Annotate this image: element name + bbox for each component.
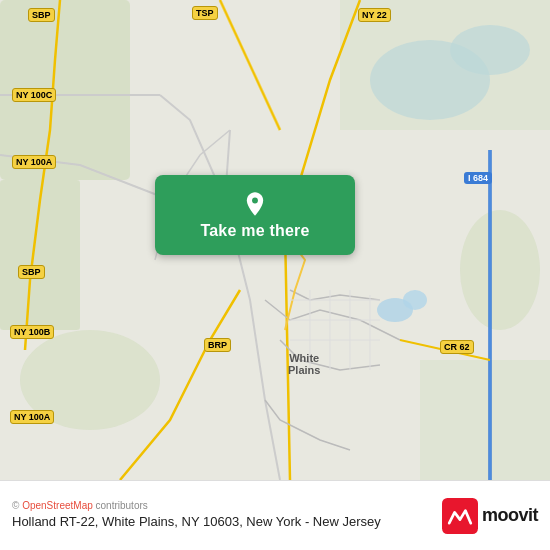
road-label-tsp: TSP	[192, 6, 218, 20]
take-me-there-button[interactable]: Take me there	[155, 175, 355, 255]
map-container: SBP TSP NY 22 NY 100C NY 100A NY 100 NY …	[0, 0, 550, 480]
road-label-i684: I 684	[464, 172, 492, 184]
svg-point-24	[252, 198, 258, 204]
svg-rect-25	[442, 498, 478, 534]
svg-point-9	[460, 210, 540, 330]
road-label-ny100c: NY 100C	[12, 88, 56, 102]
city-label-white-plains: WhitePlains	[288, 352, 320, 376]
road-label-cr62: CR 62	[440, 340, 474, 354]
road-label-ny100a2: NY 100A	[10, 410, 54, 424]
road-label-ny100a: NY 100A	[12, 155, 56, 169]
svg-point-4	[403, 290, 427, 310]
moovit-text: moovit	[482, 505, 538, 526]
osm-link[interactable]: OpenStreetMap	[22, 500, 93, 511]
location-text: Holland RT-22, White Plains, NY 10603, N…	[12, 513, 442, 531]
road-label-brp: BRP	[204, 338, 231, 352]
road-label-ny22-top: NY 22	[358, 8, 391, 22]
bottom-bar: © OpenStreetMap contributors Holland RT-…	[0, 480, 550, 550]
svg-rect-10	[420, 360, 550, 480]
copyright-symbol: ©	[12, 500, 19, 511]
road-label-ny100b: NY 100B	[10, 325, 54, 339]
road-label-sbp1: SBP	[28, 8, 55, 22]
road-label-sbp2: SBP	[18, 265, 45, 279]
copyright-text: © OpenStreetMap contributors	[12, 500, 442, 511]
button-label: Take me there	[200, 222, 309, 240]
moovit-icon	[442, 498, 478, 534]
copyright-contributors: contributors	[96, 500, 148, 511]
moovit-logo: moovit	[442, 498, 538, 534]
location-info: © OpenStreetMap contributors Holland RT-…	[12, 500, 442, 531]
location-pin-icon	[241, 190, 269, 218]
